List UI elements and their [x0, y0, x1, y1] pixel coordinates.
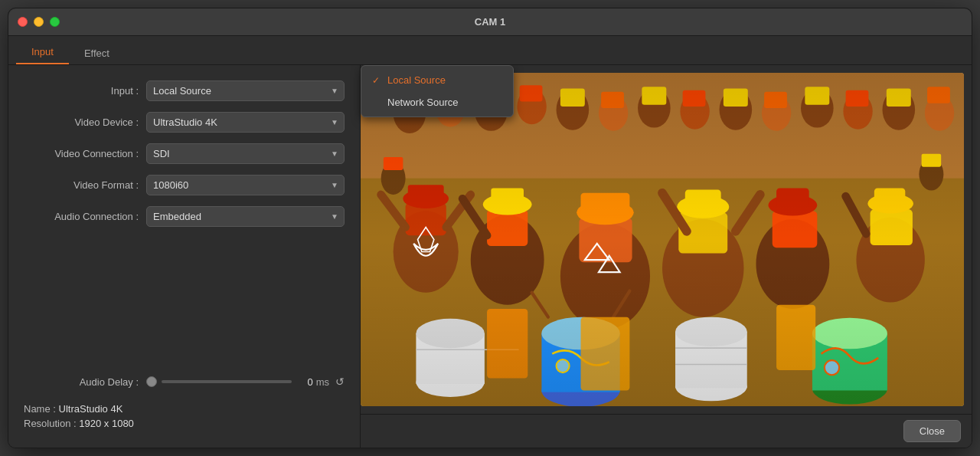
window-title: CAM 1	[475, 16, 505, 28]
right-panel: ✓ Local Source Network Source	[361, 65, 972, 448]
video-device-select[interactable]: UltraStudio 4K	[146, 112, 345, 133]
info-section: Name : UltraStudio 4K Resolution : 1920 …	[24, 403, 345, 432]
video-format-label: Video Format :	[24, 179, 139, 191]
input-select[interactable]: Local Source	[146, 80, 345, 101]
check-mark-icon: ✓	[372, 75, 381, 86]
video-device-label: Video Device :	[24, 116, 139, 128]
name-label: Name :	[24, 403, 56, 415]
audio-connection-select[interactable]: Embedded	[146, 206, 345, 227]
tab-bar: Input Effect	[8, 36, 972, 65]
main-window: CAM 1 Input Effect Input : Local Source …	[8, 8, 972, 448]
refresh-icon[interactable]: ↺	[335, 376, 345, 388]
video-device-select-wrapper: UltraStudio 4K ▼	[146, 112, 345, 133]
minimize-traffic-light[interactable]	[34, 17, 44, 27]
dropdown-label-local-source: Local Source	[387, 74, 446, 86]
audio-delay-row: Audio Delay : 0 ms ↺	[24, 376, 345, 388]
video-device-row: Video Device : UltraStudio 4K ▼	[24, 112, 345, 133]
resolution-label: Resolution :	[24, 418, 77, 429]
tab-effect[interactable]: Effect	[69, 42, 125, 64]
audio-delay-unit: ms	[316, 376, 329, 388]
name-row: Name : UltraStudio 4K	[24, 403, 345, 415]
dropdown-item-network-source[interactable]: Network Source	[361, 91, 513, 113]
video-preview	[361, 73, 964, 406]
window-controls	[18, 17, 60, 27]
main-content: Input : Local Source ▼ Video Device : Ul…	[8, 65, 972, 448]
svg-rect-89	[361, 73, 964, 406]
carnival-image	[361, 73, 964, 406]
video-connection-label: Video Connection :	[24, 148, 139, 159]
audio-delay-label: Audio Delay :	[24, 376, 139, 388]
bottom-bar: Close	[361, 414, 972, 448]
audio-connection-label: Audio Connection :	[24, 211, 139, 222]
video-connection-row: Video Connection : SDI ▼	[24, 143, 345, 164]
close-button[interactable]: Close	[903, 420, 961, 442]
resolution-row: Resolution : 1920 x 1080	[24, 418, 345, 429]
video-format-row: Video Format : 1080i60 ▼	[24, 175, 345, 195]
dropdown-item-local-source[interactable]: ✓ Local Source	[361, 69, 513, 91]
close-traffic-light[interactable]	[18, 17, 28, 27]
video-connection-select[interactable]: SDI	[146, 143, 345, 164]
video-format-select[interactable]: 1080i60	[146, 175, 345, 195]
dropdown-label-network-source: Network Source	[387, 97, 458, 108]
tab-input[interactable]: Input	[16, 41, 69, 64]
audio-connection-select-wrapper: Embedded ▼	[146, 206, 345, 227]
audio-connection-row: Audio Connection : Embedded ▼	[24, 206, 345, 227]
audio-delay-slider[interactable]	[162, 380, 292, 383]
resolution-value: 1920 x 1080	[79, 418, 134, 429]
input-label: Input :	[24, 85, 139, 97]
video-format-select-wrapper: 1080i60 ▼	[146, 175, 345, 195]
maximize-traffic-light[interactable]	[50, 17, 60, 27]
audio-delay-value: 0	[298, 376, 313, 388]
titlebar: CAM 1	[8, 8, 972, 36]
input-row: Input : Local Source ▼	[24, 80, 345, 101]
name-value: UltraStudio 4K	[59, 403, 123, 415]
input-dropdown: ✓ Local Source Network Source	[361, 65, 514, 117]
video-connection-select-wrapper: SDI ▼	[146, 143, 345, 164]
input-select-wrapper: Local Source ▼	[146, 80, 345, 101]
left-panel: Input : Local Source ▼ Video Device : Ul…	[8, 65, 361, 448]
audio-delay-knob[interactable]	[146, 376, 157, 387]
